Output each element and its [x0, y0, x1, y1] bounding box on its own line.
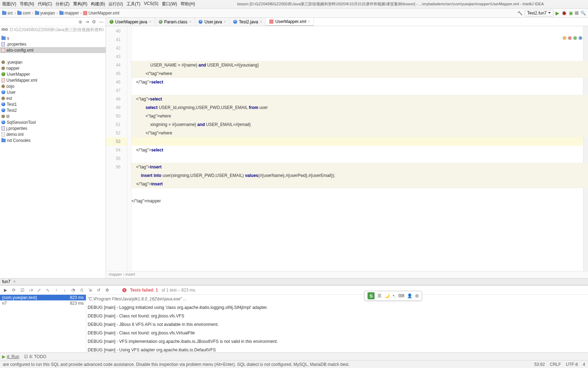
crumb-file[interactable]: UserMapper.xml: [83, 11, 119, 16]
close-icon[interactable]: ×: [308, 19, 310, 23]
close-icon[interactable]: ×: [149, 20, 151, 24]
stop-icon[interactable]: [575, 11, 578, 15]
ime-moon-icon[interactable]: 🌙: [384, 293, 390, 298]
inspection-error-icon[interactable]: [568, 36, 572, 40]
toggle-tests-icon[interactable]: ☑: [20, 288, 25, 293]
menu-build[interactable]: 构建(B): [91, 1, 105, 7]
menu-code[interactable]: 代码(C): [38, 1, 52, 7]
editor[interactable]: 4041424344454647484950515253545556 USER_…: [106, 26, 588, 271]
editor-tab[interactable]: UserMapper.java×: [106, 18, 155, 26]
prev-icon[interactable]: ↑: [54, 288, 59, 293]
inspection-ok-icon[interactable]: [573, 36, 577, 40]
menu-run[interactable]: 运行(U): [108, 1, 123, 7]
menu-refactor[interactable]: 重构(R): [73, 1, 88, 7]
close-icon[interactable]: ×: [224, 20, 226, 24]
hide-icon[interactable]: —: [99, 19, 104, 24]
menu-view[interactable]: 视图(V): [2, 1, 16, 7]
run-tab-label[interactable]: fun7: [2, 279, 10, 284]
file-encoding[interactable]: UTF-8: [566, 362, 578, 367]
menu-vcs[interactable]: VCS(S): [144, 1, 158, 7]
iface-icon: [1, 72, 5, 76]
rerun-icon[interactable]: ▶: [3, 288, 8, 293]
crumb-com[interactable]: com: [17, 11, 31, 16]
ime-person-icon[interactable]: 👤: [407, 293, 412, 298]
clock-icon[interactable]: ◔: [71, 288, 76, 293]
export-icon[interactable]: ⎙: [79, 288, 84, 293]
menu-window[interactable]: 窗口(W): [162, 1, 177, 7]
menu-tools[interactable]: 工具(T): [127, 1, 140, 7]
inspection-warn-icon[interactable]: [563, 36, 566, 40]
project-root-path: D:\GZ2049和GZ2055班\Java第三阶段视频和资料\2020年10月: [10, 27, 104, 33]
tree-item[interactable]: s: [0, 35, 106, 41]
editor-tab[interactable]: User.java×: [195, 18, 230, 26]
close-icon[interactable]: ×: [189, 20, 192, 24]
tree-item[interactable]: User: [0, 89, 106, 95]
xmlfile-icon: [1, 48, 5, 52]
close-icon[interactable]: ×: [13, 279, 16, 284]
tree-item[interactable]: demo.iml: [0, 131, 106, 137]
editor-tab[interactable]: Test2.java×: [230, 18, 266, 26]
ime-toolbar[interactable]: S 英 🌙 •, ⌨ 👤 ⊞: [364, 291, 422, 301]
close-icon[interactable]: ×: [260, 20, 262, 24]
tree-item[interactable]: napper: [0, 65, 106, 71]
project-root-name[interactable]: mo: [1, 27, 8, 33]
import-icon[interactable]: ⇲: [88, 288, 93, 293]
debug-icon[interactable]: 🐞: [561, 11, 567, 16]
editor-tab[interactable]: Param.class×: [155, 18, 195, 26]
history-icon[interactable]: ↺: [96, 288, 101, 293]
crumb-mapper[interactable]: mapper: [59, 11, 79, 16]
collapse-icon[interactable]: ⇥: [85, 19, 89, 24]
search-icon[interactable]: 🔍: [581, 11, 586, 16]
tree-item[interactable]: oojo: [0, 83, 106, 89]
tree-item[interactable]: j.properties: [0, 125, 106, 131]
tree-item[interactable]: SqlSessionTool: [0, 119, 106, 125]
locate-icon[interactable]: ⊕: [78, 19, 82, 24]
project-tree[interactable]: s.propertiesatis-config.xml.yueqiannappe…: [0, 34, 106, 278]
tree-item[interactable]: Test2: [0, 107, 106, 113]
editor-tab[interactable]: UserMapper.xml×: [266, 18, 314, 26]
tree-item[interactable]: UserMapper.xml: [0, 77, 106, 83]
line-separator[interactable]: CRLF: [550, 362, 561, 367]
menu-help[interactable]: 帮助(H): [181, 1, 195, 7]
coverage-icon[interactable]: ▣: [569, 11, 573, 16]
crumb-yueqian[interactable]: yueqian: [35, 11, 55, 16]
console-output[interactable]: "C:\Program Files\Java\jdk1.8.0_162\bin\…: [86, 295, 588, 352]
crumb-src[interactable]: src: [2, 11, 13, 16]
build-icon[interactable]: 🔨: [517, 11, 523, 16]
test-tree[interactable]: (com.yueqian.test) 823 ms n7 823 ms: [0, 295, 86, 352]
tree-item[interactable]: UserMapper: [0, 71, 106, 77]
expand-icon[interactable]: ⤢: [37, 288, 42, 293]
tree-item[interactable]: est: [0, 95, 106, 101]
inspection-info-icon[interactable]: [578, 36, 582, 40]
toolwin-todo[interactable]: ☑6: TODO: [24, 354, 46, 359]
run-configuration-selector[interactable]: Test2.fun7: [525, 10, 553, 16]
fold-bar[interactable]: [127, 26, 131, 271]
tree-item[interactable]: .properties: [0, 41, 106, 47]
ime-grid-icon[interactable]: ⊞: [415, 293, 419, 298]
ime-keyboard-icon[interactable]: ⌨: [398, 293, 404, 298]
menu-nav[interactable]: 导航(N): [20, 1, 34, 7]
tree-item[interactable]: [0, 53, 106, 59]
menu-bar: 视图(V) 导航(N) 代码(C) 分析(Z) 重构(R) 构建(B) 运行(U…: [0, 0, 588, 8]
settings-icon[interactable]: ⚙: [92, 19, 96, 24]
ime-lang[interactable]: 英: [377, 293, 382, 299]
code-area[interactable]: USER_NAME = #{name} and USER_EMAIL=#{you…: [131, 26, 588, 271]
tab-label: Param.class: [164, 19, 188, 24]
tree-item[interactable]: atis-config.xml: [0, 47, 106, 53]
collapse-icon[interactable]: ⤡: [45, 288, 50, 293]
indent-size[interactable]: 4: [583, 362, 585, 367]
cursor-position[interactable]: 53:92: [534, 362, 545, 367]
next-icon[interactable]: ↓: [62, 288, 67, 293]
tree-item[interactable]: .yueqian: [0, 59, 106, 65]
tree-item[interactable]: nd Consoles: [0, 137, 106, 143]
rerun-failed-icon[interactable]: ⟳: [11, 288, 16, 293]
toolwin-run[interactable]: ▶4: Run: [2, 354, 19, 359]
tree-item[interactable]: til: [0, 113, 106, 119]
sort-icon[interactable]: ↓≡: [28, 288, 33, 293]
menu-analyze[interactable]: 分析(Z): [55, 1, 69, 7]
ime-punct-icon[interactable]: •,: [393, 293, 395, 298]
tree-item[interactable]: Test1: [0, 101, 106, 107]
run-icon[interactable]: ▶: [555, 10, 559, 16]
gear-icon[interactable]: ⚙: [105, 288, 110, 293]
editor-breadcrumb[interactable]: mapper › insert: [106, 271, 588, 278]
